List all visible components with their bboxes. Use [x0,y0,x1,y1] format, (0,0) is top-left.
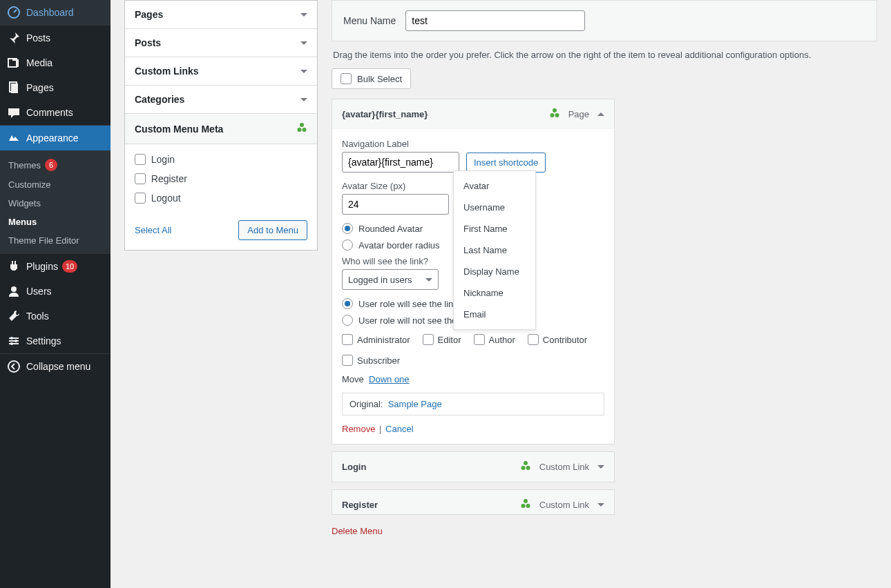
who-select[interactable]: Logged in users [342,269,439,290]
check-login[interactable]: Login [135,154,307,165]
bulk-select-button[interactable]: Bulk Select [332,68,411,89]
sidebar-item-plugins[interactable]: Plugins 10 [0,254,111,279]
svg-point-12 [300,123,304,127]
remove-link[interactable]: Remove [342,424,375,434]
dropdown-nickname[interactable]: Nickname [454,282,535,304]
sidebar-item-users[interactable]: Users [0,279,111,304]
sidebar-subitem-menus[interactable]: Menus [0,213,111,231]
checkbox-icon [135,193,146,204]
media-icon [7,56,21,70]
sidebar-item-dashboard[interactable]: Dashboard [0,0,111,25]
tools-icon [7,309,21,323]
svg-point-17 [555,113,559,117]
svg-point-21 [524,499,528,503]
sidebar-item-posts[interactable]: Posts [0,26,111,50]
menu-name-input[interactable] [405,10,585,31]
svg-point-22 [521,504,525,508]
chevron-down-icon [300,98,307,101]
sidebar-item-settings[interactable]: Settings [0,329,111,353]
check-register[interactable]: Register [135,173,307,184]
move-row: Move Down one [342,374,604,384]
pages-icon [7,81,21,95]
menu-editor-column: Menu Name Drag the items into the order … [332,0,877,536]
menu-item-title: Register [342,500,378,510]
menu-item-type: Page [568,109,589,119]
check-author[interactable]: Author [474,334,515,345]
menu-item-header[interactable]: Login Custom Link [332,452,614,482]
dropdown-email[interactable]: Email [454,304,535,325]
accordion-posts[interactable]: Posts [125,29,317,57]
check-administrator[interactable]: Administrator [342,334,410,345]
sidebar-subitem-theme-file-editor[interactable]: Theme File Editor [0,231,111,250]
circles-icon [296,122,307,135]
svg-rect-3 [11,84,18,93]
chevron-up-icon [597,112,604,116]
radio-icon [342,315,353,326]
menu-item-avatar-firstname: {avatar}{first_name} Page Navigation Lab… [332,99,615,444]
dropdown-display-name[interactable]: Display Name [454,261,535,282]
delete-menu-link[interactable]: Delete Menu [332,526,383,536]
check-subscriber[interactable]: Subscriber [342,355,400,366]
original-link[interactable]: Sample Page [388,399,442,409]
original-box: Original: Sample Page [342,393,604,415]
checkbox-icon [135,154,146,165]
chevron-down-icon [300,70,307,73]
menu-item-header[interactable]: Register Custom Link [332,490,614,514]
nav-label-label: Navigation Label [342,139,604,149]
accordion-title: Custom Links [135,66,199,77]
sidebar-item-collapse[interactable]: Collapse menu [0,354,111,379]
sidebar-label: Media [26,57,52,68]
comments-icon [7,106,21,119]
svg-point-18 [524,461,528,465]
circles-icon [549,108,560,121]
sidebar-label: Collapse menu [26,361,90,372]
svg-point-15 [553,108,557,112]
circles-icon [520,498,531,511]
sidebar-item-tools[interactable]: Tools [0,304,111,329]
sidebar-item-appearance[interactable]: Appearance [0,126,111,150]
check-contributor[interactable]: Contributor [528,334,587,345]
sidebar-label: Dashboard [26,7,74,18]
sidebar-item-comments[interactable]: Comments [0,100,111,125]
insert-shortcode-button[interactable]: Insert shortcode [466,153,546,173]
menu-item-header[interactable]: {avatar}{first_name} Page [332,99,614,129]
accordion-categories[interactable]: Categories [125,86,317,114]
add-to-menu-button[interactable]: Add to Menu [238,220,307,240]
sidebar-item-media[interactable]: Media [0,50,111,75]
subitem-label: Themes [8,160,41,170]
nav-label-input[interactable] [342,152,459,173]
main-content: Pages Posts Custom Links Categories Cust… [111,0,891,564]
check-editor[interactable]: Editor [423,334,461,345]
chevron-down-icon [300,41,307,45]
role-checkboxes: Administrator Editor Author Contributor … [342,334,604,366]
users-icon [7,284,21,298]
dropdown-last-name[interactable]: Last Name [454,239,535,261]
menu-name-label: Menu Name [343,15,396,26]
dropdown-username[interactable]: Username [454,197,535,218]
menu-sources-accordion: Pages Posts Custom Links Categories Cust… [124,0,318,251]
sidebar-subitem-themes[interactable]: Themes 6 [0,155,111,175]
move-down-one-link[interactable]: Down one [369,374,410,384]
separator: | [379,424,381,434]
dropdown-first-name[interactable]: First Name [454,218,535,239]
appearance-icon [7,131,21,145]
chevron-down-icon [300,13,307,17]
checkbox-icon [528,334,539,345]
checkbox-icon [341,73,352,84]
svg-point-16 [550,113,554,117]
accordion-pages[interactable]: Pages [125,1,317,29]
select-all-link[interactable]: Select All [135,225,171,235]
checkbox-icon [474,334,485,345]
checkbox-icon [342,334,353,345]
dropdown-avatar[interactable]: Avatar [454,175,535,197]
sidebar-subitem-widgets[interactable]: Widgets [0,194,111,213]
cancel-link[interactable]: Cancel [385,424,413,434]
accordion-custom-links[interactable]: Custom Links [125,57,317,86]
plugins-badge: 10 [62,260,77,273]
menu-item-body: Navigation Label Insert shortcode Avatar… [332,129,614,444]
check-logout[interactable]: Logout [135,193,307,204]
sidebar-item-pages[interactable]: Pages [0,75,111,100]
sidebar-subitem-customize[interactable]: Customize [0,175,111,194]
avatar-size-input[interactable] [342,194,449,215]
accordion-custom-menu-meta[interactable]: Custom Menu Meta [125,114,317,144]
